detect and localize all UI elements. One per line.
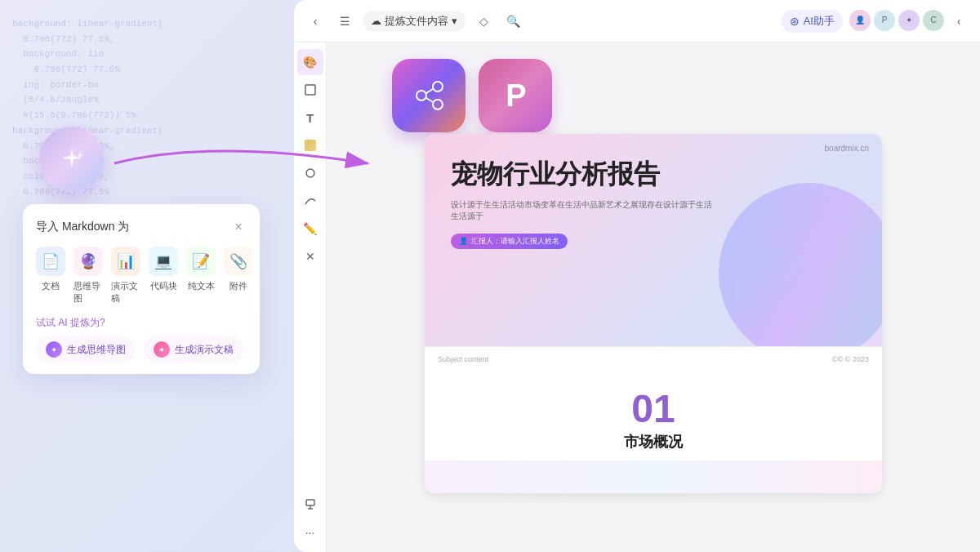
tag-icon: 👤: [459, 237, 468, 245]
svg-point-8: [433, 100, 443, 109]
item-slide[interactable]: 📊 演示文稿: [111, 247, 140, 305]
ai-section-label: 试试 AI 提炼为?: [36, 316, 247, 330]
app-icons-row: P: [392, 59, 552, 132]
generate-mind-map-button[interactable]: ✦ 生成思维导图: [36, 336, 136, 363]
sidebar-icon-frame[interactable]: [297, 77, 323, 103]
svg-point-2: [306, 169, 314, 177]
slide-section-title: 市场概况: [624, 432, 683, 452]
generate-mind-map-label: 生成思维导图: [67, 343, 126, 357]
user-avatar-1[interactable]: 👤: [849, 10, 871, 31]
slide-subtitle: 设计源于生生活活动市场变革在生活中品新艺术之展现存在设计源于生活生活源于: [451, 199, 712, 222]
sidebar-icon-plug[interactable]: [297, 492, 323, 518]
tag-text: 汇报人：请输入汇报人姓名: [471, 236, 559, 247]
item-doc-label: 文档: [42, 280, 60, 292]
sidebar-icon-curve[interactable]: [297, 188, 323, 214]
ai-actions: ✦ 生成思维导图 ✦ 生成演示文稿: [36, 336, 247, 363]
sidebar-icon-shape[interactable]: [297, 132, 323, 158]
text-icon: 📝: [186, 247, 216, 276]
item-mind-label: 思维导图: [74, 280, 103, 305]
tag-button[interactable]: ◇: [472, 10, 495, 33]
dropdown-title: 导入 Markdown 为: [36, 220, 129, 234]
svg-rect-1: [305, 85, 315, 95]
ai-button[interactable]: [39, 127, 105, 192]
breadcrumb[interactable]: ☁ 提炼文件内容 ▾: [363, 11, 466, 32]
svg-point-7: [433, 82, 443, 91]
back-button[interactable]: ‹: [304, 10, 327, 33]
ai-assistant-button[interactable]: ⊛ AI助手: [782, 10, 843, 33]
ai-assistant-label: AI助手: [804, 14, 835, 29]
sidebar-icon-circle[interactable]: [297, 160, 323, 186]
attach-icon: 📎: [224, 247, 253, 276]
main-area: ‹ ☰ ☁ 提炼文件内容 ▾ ◇ 🔍 ⊛ AI助手 👤 P ✦ C ‹ 🎨 T: [294, 0, 980, 552]
menu-button[interactable]: ☰: [333, 10, 356, 33]
sidebar-icon-more[interactable]: ···: [297, 519, 323, 545]
svg-line-10: [426, 98, 433, 102]
slide-main-panel: boardmix.cn 宠物行业分析报告 设计源于生生活活动市场变革在生活中品新…: [425, 134, 882, 346]
sidebar-icon-palette[interactable]: 🎨: [297, 49, 323, 75]
dropdown-header: 导入 Markdown 为 ×: [36, 219, 247, 235]
svg-point-6: [416, 91, 426, 100]
mind-icon: 🔮: [74, 247, 103, 276]
user-avatar-4[interactable]: C: [923, 10, 944, 31]
user-avatar-3[interactable]: ✦: [898, 10, 920, 31]
slide-branding: boardmix.cn: [825, 144, 869, 153]
share-app-icon[interactable]: [392, 59, 466, 132]
slide-card-main: boardmix.cn 宠物行业分析报告 设计源于生生活活动市场变革在生活中品新…: [425, 134, 882, 493]
slide-second-header: Subject content ©© © 2023: [425, 355, 882, 363]
generate-slide-button[interactable]: ✦ 生成演示文稿: [144, 336, 243, 363]
content-area: P boardmix.cn 宠物行业分析报告 设计源于生生活活动市场变革在生活中…: [327, 42, 980, 552]
ai-logo-icon: ⊛: [790, 15, 800, 28]
slide-decoration-circle2: [735, 248, 817, 330]
dropdown-modal: 导入 Markdown 为 × 📄 文档 🔮 思维导图 📊 演示文稿 💻 代码块…: [23, 204, 260, 374]
slide-title: 宠物行业分析报告: [451, 157, 856, 193]
generate-slide-label: 生成演示文稿: [175, 343, 234, 357]
cloud-icon: ☁: [371, 15, 381, 27]
search-button[interactable]: 🔍: [501, 10, 524, 33]
svg-rect-3: [306, 500, 314, 505]
slide-header-left: Subject content: [438, 355, 488, 363]
slide-header-right: ©© © 2023: [832, 355, 869, 363]
item-attach[interactable]: 📎 附件: [224, 247, 253, 305]
breadcrumb-text: 提炼文件内容: [385, 14, 448, 29]
dropdown-items: 📄 文档 🔮 思维导图 📊 演示文稿 💻 代码块 📝 纯文本 📎 附件: [36, 247, 247, 305]
user-avatar-2[interactable]: P: [874, 10, 895, 31]
chevron-down-icon: ▾: [452, 15, 457, 27]
more-button[interactable]: ‹: [947, 10, 970, 33]
ppt-app-icon[interactable]: P: [479, 59, 552, 132]
svg-line-9: [426, 89, 433, 93]
sidebar-icon-cross[interactable]: ✕: [297, 243, 323, 269]
item-mind[interactable]: 🔮 思维导图: [74, 247, 103, 305]
slide-generate-icon: ✦: [154, 341, 170, 358]
item-doc[interactable]: 📄 文档: [36, 247, 65, 305]
close-button[interactable]: ×: [230, 219, 247, 235]
doc-icon: 📄: [36, 247, 65, 276]
sidebar-icon-pen[interactable]: ✏️: [297, 216, 323, 242]
item-text[interactable]: 📝 纯文本: [186, 247, 216, 305]
slide-bottom-decoration: [425, 461, 882, 493]
item-code-label: 代码块: [150, 280, 177, 292]
item-code[interactable]: 💻 代码块: [149, 247, 178, 305]
ai-star-icon: [56, 143, 88, 176]
slide-number: 01: [631, 390, 675, 429]
slide-tag: 👤 汇报人：请输入汇报人姓名: [451, 234, 568, 249]
slide-second-panel: Subject content ©© © 2023 01 市场概况: [425, 346, 882, 493]
mind-map-icon: ✦: [46, 341, 62, 358]
sidebar-icon-text[interactable]: T: [297, 105, 323, 131]
slide-icon: 📊: [111, 247, 140, 276]
item-text-label: 纯文本: [188, 280, 215, 292]
toolbar-icons: 👤 P ✦ C ‹: [849, 10, 970, 33]
code-icon: 💻: [149, 247, 178, 276]
item-attach-label: 附件: [229, 280, 247, 292]
item-slide-label: 演示文稿: [111, 280, 140, 305]
left-sidebar: 🎨 T ✏️ ✕ ···: [294, 42, 327, 552]
toolbar: ‹ ☰ ☁ 提炼文件内容 ▾ ◇ 🔍 ⊛ AI助手 👤 P ✦ C ‹: [294, 0, 980, 42]
